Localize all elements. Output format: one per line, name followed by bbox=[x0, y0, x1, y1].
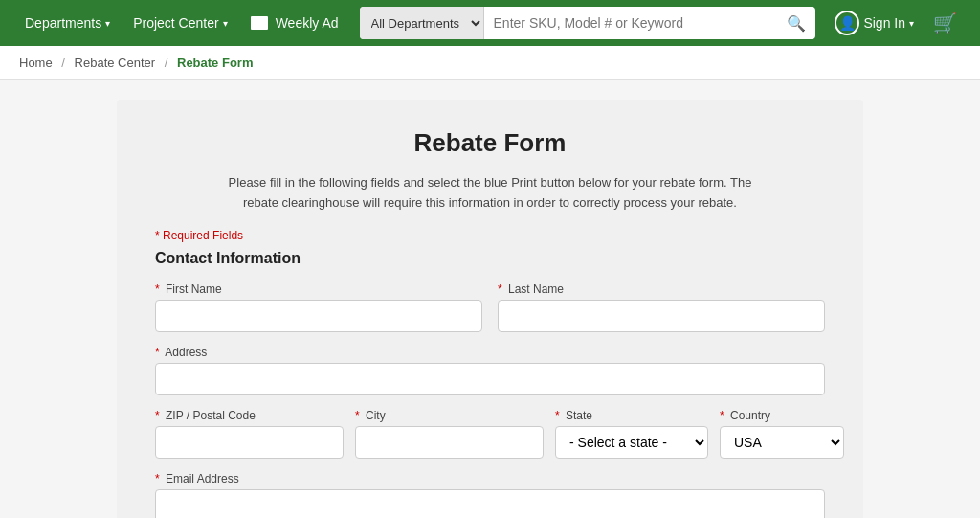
email-label: * Email Address bbox=[155, 472, 825, 485]
breadcrumb-home[interactable]: Home bbox=[19, 56, 53, 70]
city-field: * City bbox=[355, 409, 544, 459]
address-required-star: * bbox=[155, 346, 160, 359]
last-name-label: * Last Name bbox=[498, 282, 825, 296]
breadcrumb: Home / Rebate Center / Rebate Form bbox=[0, 46, 980, 80]
sign-in-label: Sign In bbox=[863, 15, 905, 31]
first-name-required-star: * bbox=[155, 282, 160, 296]
cart-icon: 🛒 bbox=[933, 12, 957, 34]
search-icon: 🔍 bbox=[787, 15, 806, 32]
country-required-star: * bbox=[720, 409, 724, 422]
breadcrumb-separator-1: / bbox=[61, 56, 65, 70]
main-content: Rebate Form Please fill in the following… bbox=[0, 80, 980, 518]
form-title: Rebate Form bbox=[155, 128, 825, 158]
state-required-star: * bbox=[555, 409, 560, 422]
zip-field: * ZIP / Postal Code bbox=[155, 409, 344, 459]
weekly-ad-icon bbox=[251, 16, 268, 30]
city-label: * City bbox=[355, 409, 544, 422]
search-input[interactable] bbox=[484, 15, 778, 31]
first-name-field: * First Name bbox=[155, 282, 482, 332]
address-field: * Address bbox=[155, 346, 825, 395]
departments-chevron: ▾ bbox=[105, 18, 110, 29]
state-label: * State bbox=[555, 409, 708, 422]
section-title: Contact Information bbox=[155, 250, 825, 267]
state-field: * State - Select a state - bbox=[555, 409, 708, 459]
zip-label: * ZIP / Postal Code bbox=[155, 409, 344, 422]
email-row: * Email Address bbox=[155, 472, 825, 518]
departments-label: Departments bbox=[25, 15, 101, 31]
address-row: * Address bbox=[155, 346, 825, 395]
required-star: * bbox=[155, 229, 160, 242]
search-bar: All Departments 🔍 bbox=[360, 7, 816, 39]
user-circle-icon: 👤 bbox=[835, 11, 859, 35]
name-row: * First Name * Last Name bbox=[155, 282, 825, 332]
email-field: * Email Address bbox=[155, 472, 825, 518]
project-center-label: Project Center bbox=[133, 15, 218, 31]
breadcrumb-separator-2: / bbox=[165, 56, 168, 70]
weekly-ad-label: Weekly Ad bbox=[276, 15, 339, 31]
country-select[interactable]: USA bbox=[720, 426, 844, 459]
country-label: * Country bbox=[720, 409, 844, 422]
weekly-ad-nav[interactable]: Weekly Ad bbox=[241, 10, 348, 36]
address-label: * Address bbox=[155, 346, 825, 359]
email-input[interactable] bbox=[155, 489, 825, 518]
zip-input[interactable] bbox=[155, 426, 344, 459]
state-select[interactable]: - Select a state - bbox=[555, 426, 708, 459]
project-center-chevron: ▾ bbox=[223, 18, 228, 29]
address-input[interactable] bbox=[155, 363, 825, 395]
city-input[interactable] bbox=[355, 426, 544, 459]
city-required-star: * bbox=[355, 409, 360, 422]
departments-nav[interactable]: Departments ▾ bbox=[15, 10, 120, 36]
location-row: * ZIP / Postal Code * City * State - Sel bbox=[155, 409, 825, 459]
search-button[interactable]: 🔍 bbox=[777, 14, 815, 33]
first-name-label: * First Name bbox=[155, 282, 482, 296]
last-name-input[interactable] bbox=[498, 300, 825, 332]
sign-in-chevron: ▾ bbox=[909, 18, 914, 29]
zip-required-star: * bbox=[155, 409, 160, 422]
form-container: Rebate Form Please fill in the following… bbox=[117, 100, 863, 518]
required-text: Required Fields bbox=[163, 229, 243, 242]
project-center-nav[interactable]: Project Center ▾ bbox=[123, 10, 236, 36]
sign-in-area[interactable]: 👤 Sign In ▾ bbox=[827, 5, 922, 41]
department-select[interactable]: All Departments bbox=[360, 7, 484, 39]
required-note: * Required Fields bbox=[155, 229, 825, 242]
form-description: Please fill in the following fields and … bbox=[222, 173, 758, 214]
country-field: * Country USA bbox=[720, 409, 844, 459]
last-name-field: * Last Name bbox=[498, 282, 825, 332]
breadcrumb-rebate-center[interactable]: Rebate Center bbox=[75, 56, 156, 70]
header: Departments ▾ Project Center ▾ Weekly Ad… bbox=[0, 0, 980, 46]
last-name-required-star: * bbox=[498, 282, 502, 296]
breadcrumb-current: Rebate Form bbox=[177, 56, 253, 70]
cart-button[interactable]: 🛒 bbox=[925, 8, 965, 38]
email-required-star: * bbox=[155, 472, 160, 485]
first-name-input[interactable] bbox=[155, 300, 482, 332]
